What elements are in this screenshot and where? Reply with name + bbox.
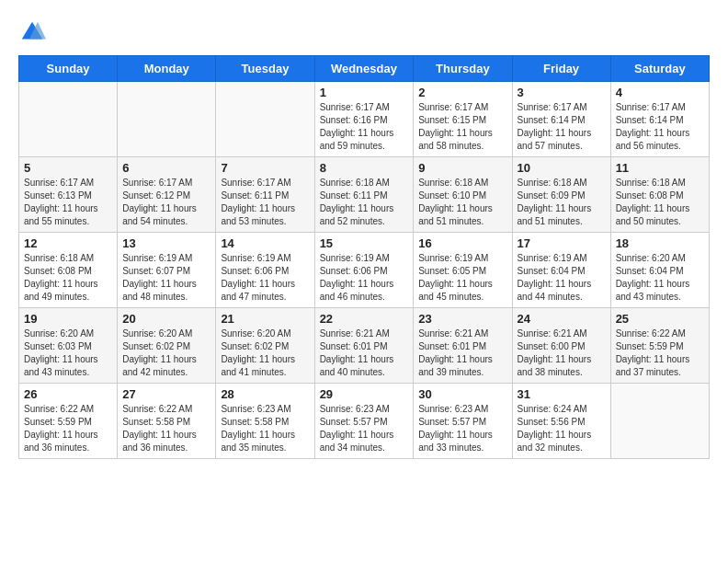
column-header-tuesday: Tuesday (216, 56, 314, 82)
header (18, 18, 710, 46)
day-number: 19 (24, 312, 112, 326)
day-number: 11 (616, 161, 704, 175)
calendar-cell: 24Sunrise: 6:21 AM Sunset: 6:00 PM Dayli… (512, 308, 610, 384)
day-number: 27 (122, 387, 210, 401)
day-number: 29 (320, 387, 409, 401)
calendar-cell: 20Sunrise: 6:20 AM Sunset: 6:02 PM Dayli… (118, 308, 216, 384)
calendar-cell: 21Sunrise: 6:20 AM Sunset: 6:02 PM Dayli… (216, 308, 314, 384)
day-number: 2 (418, 86, 506, 99)
calendar-cell: 16Sunrise: 6:19 AM Sunset: 6:05 PM Dayli… (414, 233, 512, 308)
day-info: Sunrise: 6:18 AM Sunset: 6:08 PM Dayligh… (24, 252, 112, 304)
column-header-friday: Friday (512, 56, 610, 82)
day-info: Sunrise: 6:17 AM Sunset: 6:14 PM Dayligh… (616, 101, 704, 153)
calendar-cell: 17Sunrise: 6:19 AM Sunset: 6:04 PM Dayli… (512, 233, 610, 308)
calendar-cell: 4Sunrise: 6:17 AM Sunset: 6:14 PM Daylig… (610, 82, 709, 157)
calendar-cell: 28Sunrise: 6:23 AM Sunset: 5:58 PM Dayli… (216, 384, 314, 459)
day-info: Sunrise: 6:18 AM Sunset: 6:09 PM Dayligh… (518, 177, 606, 228)
calendar-cell: 25Sunrise: 6:22 AM Sunset: 5:59 PM Dayli… (610, 308, 709, 384)
day-info: Sunrise: 6:18 AM Sunset: 6:11 PM Dayligh… (320, 177, 409, 228)
calendar-cell: 2Sunrise: 6:17 AM Sunset: 6:15 PM Daylig… (414, 82, 512, 157)
day-info: Sunrise: 6:23 AM Sunset: 5:58 PM Dayligh… (221, 403, 309, 454)
day-number: 12 (24, 236, 112, 250)
day-info: Sunrise: 6:20 AM Sunset: 6:04 PM Dayligh… (616, 252, 704, 304)
calendar-cell: 13Sunrise: 6:19 AM Sunset: 6:07 PM Dayli… (118, 233, 216, 308)
calendar-cell: 6Sunrise: 6:17 AM Sunset: 6:12 PM Daylig… (118, 157, 216, 233)
calendar-cell: 8Sunrise: 6:18 AM Sunset: 6:11 PM Daylig… (314, 157, 414, 233)
day-number: 31 (518, 387, 606, 401)
day-number: 30 (418, 387, 506, 401)
day-number: 13 (122, 236, 210, 250)
calendar-cell: 26Sunrise: 6:22 AM Sunset: 5:59 PM Dayli… (19, 384, 118, 459)
calendar-cell: 19Sunrise: 6:20 AM Sunset: 6:03 PM Dayli… (19, 308, 118, 384)
day-number: 26 (24, 387, 112, 401)
calendar-cell: 18Sunrise: 6:20 AM Sunset: 6:04 PM Dayli… (610, 233, 709, 308)
day-info: Sunrise: 6:18 AM Sunset: 6:08 PM Dayligh… (616, 177, 704, 228)
logo-icon (18, 18, 46, 46)
calendar-header-row: SundayMondayTuesdayWednesdayThursdayFrid… (19, 56, 710, 82)
day-info: Sunrise: 6:17 AM Sunset: 6:11 PM Dayligh… (221, 177, 309, 228)
calendar-cell: 27Sunrise: 6:22 AM Sunset: 5:58 PM Dayli… (118, 384, 216, 459)
day-number: 8 (320, 161, 409, 175)
calendar-cell: 30Sunrise: 6:23 AM Sunset: 5:57 PM Dayli… (414, 384, 512, 459)
calendar-cell: 22Sunrise: 6:21 AM Sunset: 6:01 PM Dayli… (314, 308, 414, 384)
day-info: Sunrise: 6:20 AM Sunset: 6:02 PM Dayligh… (221, 327, 309, 379)
day-number: 28 (221, 387, 309, 401)
calendar-cell (610, 384, 709, 459)
day-number: 24 (518, 312, 606, 326)
day-info: Sunrise: 6:17 AM Sunset: 6:16 PM Dayligh… (320, 101, 409, 153)
day-number: 20 (122, 312, 210, 326)
day-number: 7 (221, 161, 309, 175)
calendar-cell: 29Sunrise: 6:23 AM Sunset: 5:57 PM Dayli… (314, 384, 414, 459)
calendar-week-row: 1Sunrise: 6:17 AM Sunset: 6:16 PM Daylig… (19, 82, 710, 157)
calendar-table: SundayMondayTuesdayWednesdayThursdayFrid… (18, 55, 710, 459)
column-header-monday: Monday (118, 56, 216, 82)
day-info: Sunrise: 6:23 AM Sunset: 5:57 PM Dayligh… (418, 403, 506, 454)
calendar-cell: 1Sunrise: 6:17 AM Sunset: 6:16 PM Daylig… (314, 82, 414, 157)
calendar-cell (118, 82, 216, 157)
column-header-saturday: Saturday (610, 56, 709, 82)
calendar-cell: 31Sunrise: 6:24 AM Sunset: 5:56 PM Dayli… (512, 384, 610, 459)
day-info: Sunrise: 6:19 AM Sunset: 6:04 PM Dayligh… (518, 252, 606, 304)
day-number: 22 (320, 312, 409, 326)
calendar-cell: 5Sunrise: 6:17 AM Sunset: 6:13 PM Daylig… (19, 157, 118, 233)
day-number: 23 (418, 312, 506, 326)
calendar-week-row: 5Sunrise: 6:17 AM Sunset: 6:13 PM Daylig… (19, 157, 710, 233)
column-header-sunday: Sunday (19, 56, 118, 82)
day-info: Sunrise: 6:19 AM Sunset: 6:06 PM Dayligh… (221, 252, 309, 304)
day-number: 18 (616, 236, 704, 250)
day-number: 1 (320, 86, 409, 99)
day-info: Sunrise: 6:17 AM Sunset: 6:13 PM Dayligh… (24, 177, 112, 228)
day-info: Sunrise: 6:17 AM Sunset: 6:14 PM Dayligh… (518, 101, 606, 153)
calendar-cell (19, 82, 118, 157)
calendar-cell: 11Sunrise: 6:18 AM Sunset: 6:08 PM Dayli… (610, 157, 709, 233)
day-number: 5 (24, 161, 112, 175)
calendar-cell: 14Sunrise: 6:19 AM Sunset: 6:06 PM Dayli… (216, 233, 314, 308)
day-number: 6 (122, 161, 210, 175)
day-info: Sunrise: 6:24 AM Sunset: 5:56 PM Dayligh… (518, 403, 606, 454)
calendar-week-row: 12Sunrise: 6:18 AM Sunset: 6:08 PM Dayli… (19, 233, 710, 308)
day-info: Sunrise: 6:22 AM Sunset: 5:59 PM Dayligh… (616, 327, 704, 379)
day-info: Sunrise: 6:23 AM Sunset: 5:57 PM Dayligh… (320, 403, 409, 454)
day-number: 9 (418, 161, 506, 175)
day-number: 10 (518, 161, 606, 175)
calendar-cell: 3Sunrise: 6:17 AM Sunset: 6:14 PM Daylig… (512, 82, 610, 157)
day-info: Sunrise: 6:17 AM Sunset: 6:15 PM Dayligh… (418, 101, 506, 153)
day-number: 25 (616, 312, 704, 326)
day-info: Sunrise: 6:22 AM Sunset: 5:59 PM Dayligh… (24, 403, 112, 454)
day-info: Sunrise: 6:21 AM Sunset: 6:01 PM Dayligh… (320, 327, 409, 379)
day-number: 17 (518, 236, 606, 250)
calendar-week-row: 26Sunrise: 6:22 AM Sunset: 5:59 PM Dayli… (19, 384, 710, 459)
calendar-cell: 7Sunrise: 6:17 AM Sunset: 6:11 PM Daylig… (216, 157, 314, 233)
column-header-thursday: Thursday (414, 56, 512, 82)
calendar-cell: 15Sunrise: 6:19 AM Sunset: 6:06 PM Dayli… (314, 233, 414, 308)
day-info: Sunrise: 6:17 AM Sunset: 6:12 PM Dayligh… (122, 177, 210, 228)
day-number: 15 (320, 236, 409, 250)
calendar-cell (216, 82, 314, 157)
calendar-cell: 12Sunrise: 6:18 AM Sunset: 6:08 PM Dayli… (19, 233, 118, 308)
logo (18, 18, 51, 46)
day-info: Sunrise: 6:20 AM Sunset: 6:03 PM Dayligh… (24, 327, 112, 379)
day-number: 4 (616, 86, 704, 99)
day-info: Sunrise: 6:19 AM Sunset: 6:05 PM Dayligh… (418, 252, 506, 304)
day-number: 21 (221, 312, 309, 326)
column-header-wednesday: Wednesday (314, 56, 414, 82)
